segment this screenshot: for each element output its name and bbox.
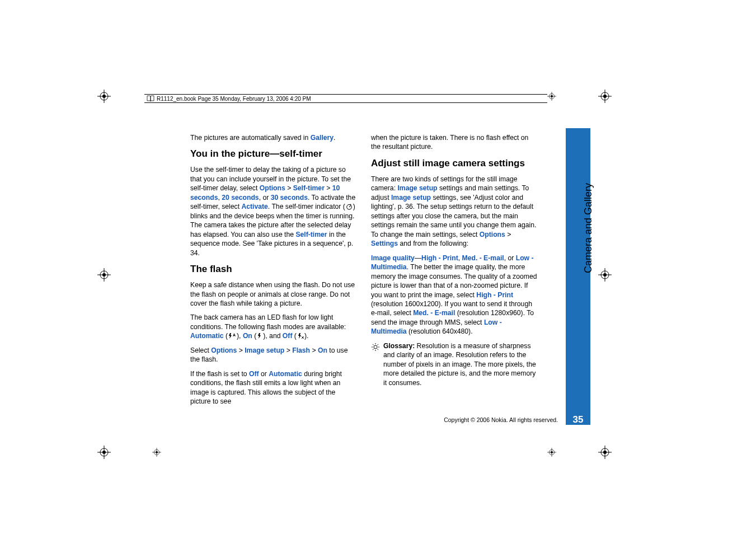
paragraph: Image quality—High - Print, Med. - E-mai… bbox=[371, 254, 537, 336]
paragraph: when the picture is taken. There is no f… bbox=[371, 133, 537, 152]
svg-point-36 bbox=[347, 205, 352, 210]
book-icon bbox=[147, 95, 154, 102]
svg-point-40 bbox=[374, 345, 377, 349]
left-column: The pictures are automatically saved in … bbox=[190, 133, 356, 411]
side-tab bbox=[566, 128, 590, 425]
reg-mark-icon bbox=[97, 446, 111, 459]
reg-mark-small-icon bbox=[152, 448, 161, 457]
timer-icon bbox=[345, 203, 353, 210]
paragraph: There are two kinds of settings for the … bbox=[371, 175, 537, 249]
content-area: The pictures are automatically saved in … bbox=[190, 133, 548, 411]
heading-adjust-settings: Adjust still image camera settings bbox=[371, 157, 537, 170]
page-number: 35 bbox=[566, 414, 590, 425]
reg-mark-small-icon bbox=[547, 92, 556, 101]
reg-mark-icon bbox=[97, 90, 111, 103]
svg-line-46 bbox=[378, 349, 379, 350]
reg-mark-icon bbox=[598, 268, 612, 282]
svg-line-47 bbox=[373, 349, 374, 350]
paragraph: Keep a safe distance when using the flas… bbox=[190, 280, 356, 308]
svg-line-45 bbox=[373, 344, 374, 345]
svg-line-48 bbox=[378, 344, 379, 345]
heading-self-timer: You in the picture—self-timer bbox=[190, 148, 356, 161]
glossary-text: Glossary: Resolution is a measure of sha… bbox=[383, 341, 537, 387]
flash-off-icon bbox=[297, 332, 304, 339]
copyright-text: Copyright © 2006 Nokia. All rights reser… bbox=[444, 416, 558, 423]
reg-mark-icon bbox=[97, 268, 111, 282]
header-text: R1112_en.book Page 35 Monday, February 1… bbox=[157, 96, 311, 102]
paragraph: The pictures are automatically saved in … bbox=[190, 133, 356, 142]
heading-flash: The flash bbox=[190, 263, 356, 276]
link-gallery: Gallery bbox=[311, 134, 334, 142]
reg-mark-icon bbox=[598, 90, 612, 103]
svg-text:A: A bbox=[233, 333, 236, 337]
paragraph: Select Options > Image setup > Flash > O… bbox=[190, 346, 356, 364]
right-column: when the picture is taken. There is no f… bbox=[371, 133, 537, 411]
tip-icon bbox=[371, 341, 381, 387]
paragraph: The back camera has an LED flash for low… bbox=[190, 313, 356, 340]
paragraph: Use the self-timer to delay the taking o… bbox=[190, 165, 356, 257]
paragraph: If the flash is set to Off or Automatic … bbox=[190, 369, 356, 406]
page-header-line: R1112_en.book Page 35 Monday, February 1… bbox=[144, 94, 547, 103]
side-tab-label: Camera and Gallery bbox=[583, 183, 594, 273]
glossary-block: Glossary: Resolution is a measure of sha… bbox=[371, 341, 537, 387]
flash-auto-icon: A bbox=[228, 332, 237, 339]
reg-mark-small-icon bbox=[547, 448, 556, 457]
reg-mark-icon bbox=[598, 446, 612, 459]
flash-on-icon bbox=[256, 332, 263, 339]
